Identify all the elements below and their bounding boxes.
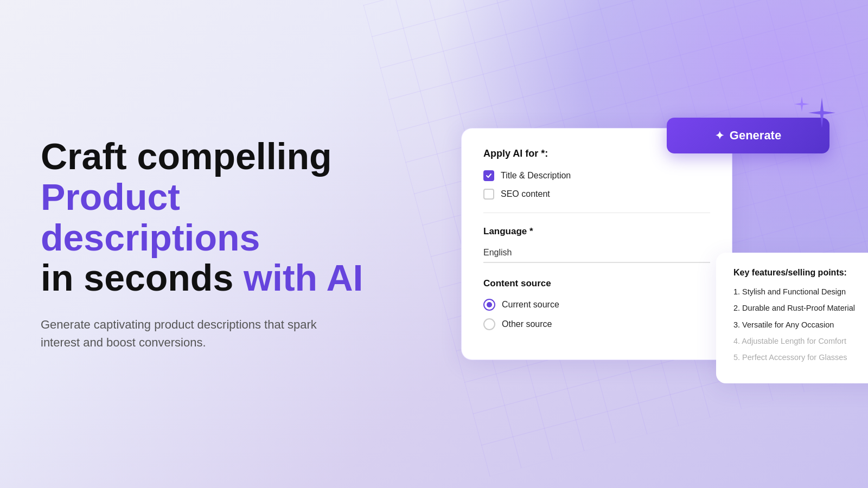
left-section: Craft compelling Product descriptions in… [41, 136, 410, 351]
headline-with-ai: with AI [244, 258, 363, 299]
checkbox-row-seo[interactable]: SEO content [483, 189, 710, 200]
features-list: 1. Stylish and Functional Design 2. Dura… [733, 286, 868, 363]
features-card: Key features/selling points: 1. Stylish … [716, 253, 868, 383]
radio-current-label: Current source [502, 300, 559, 310]
checkbox-seo-label: SEO content [501, 189, 550, 199]
feature-item-3: 3. Versatile for Any Occasion [733, 319, 868, 330]
feature-item-5: 5. Perfect Accessory for Glasses [733, 352, 868, 363]
feature-item-2: 2. Durable and Rust-Proof Material [733, 303, 868, 313]
feature-item-1: 1. Stylish and Functional Design [733, 286, 868, 297]
radio-row-other[interactable]: Other source [483, 318, 710, 330]
features-title: Key features/selling points: [733, 268, 868, 278]
feature-item-4: 4. Adjustable Length for Comfort [733, 336, 868, 346]
generate-button-label: Generate [730, 129, 781, 143]
headline-line2: Product descriptions [41, 176, 260, 258]
content-source-section: Content source Current source Other sour… [483, 278, 710, 330]
language-label: Language * [483, 226, 710, 237]
checkbox-row-title-desc[interactable]: Title & Description [483, 170, 710, 181]
right-section: Apply AI for *: Title & Description SEO … [461, 128, 797, 360]
divider [483, 213, 710, 213]
main-headline: Craft compelling Product descriptions in… [41, 136, 410, 298]
checkbox-title-desc[interactable] [483, 170, 494, 181]
radio-other-source[interactable] [483, 318, 495, 330]
checkbox-seo[interactable] [483, 189, 494, 200]
content-source-label: Content source [483, 278, 710, 289]
radio-current-source[interactable] [483, 299, 495, 311]
radio-row-current[interactable]: Current source [483, 299, 710, 311]
subtext: Generate captivating product description… [41, 316, 323, 352]
headline-line3: in seconds [41, 258, 244, 299]
generate-button[interactable]: ✦ Generate [667, 118, 829, 153]
checkbox-title-desc-label: Title & Description [501, 171, 571, 181]
language-input[interactable] [483, 243, 710, 263]
radio-other-label: Other source [502, 319, 552, 329]
headline-line1: Craft compelling [41, 136, 332, 177]
form-card: Apply AI for *: Title & Description SEO … [461, 128, 732, 360]
sparkle-icon: ✦ [715, 129, 724, 142]
